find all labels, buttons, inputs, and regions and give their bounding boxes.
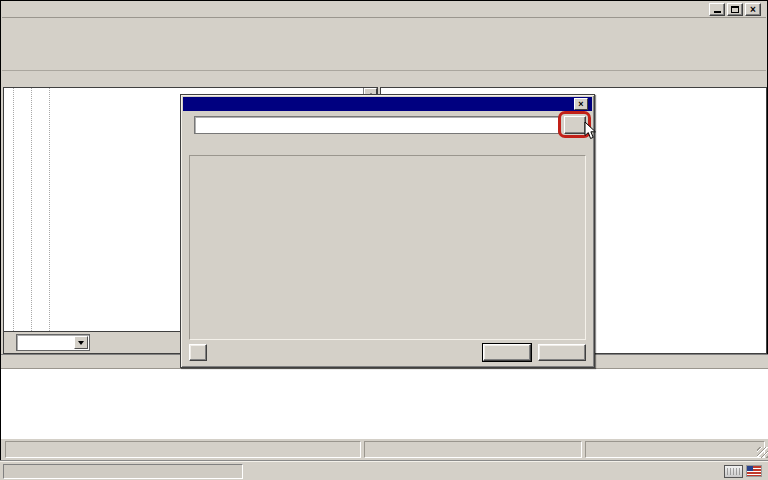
output-folder-row [189,116,586,134]
dialog-options-group [189,155,586,340]
taskbar [0,461,768,480]
status-ready [5,441,361,458]
maximize-button[interactable] [727,3,743,16]
ok-button[interactable] [483,344,531,361]
window-buttons: × [707,3,761,16]
status-marked [364,441,582,458]
us-flag-icon[interactable] [747,466,761,476]
dialog-titlebar[interactable]: × [183,97,592,111]
window-titlebar[interactable]: × [2,1,766,18]
tab-bar [2,71,766,87]
mouse-cursor [584,121,597,140]
status-bar [1,438,768,460]
close-button[interactable]: × [745,3,761,16]
keyboard-icon[interactable] [724,465,743,478]
options-column-right [372,160,581,335]
status-total [585,441,765,458]
close-icon: × [750,5,756,14]
menu-bar [2,18,766,31]
dialog-buttons [189,344,586,361]
resize-grip[interactable] [757,447,768,458]
options-column-left [194,160,372,335]
combo-dropdown-button[interactable] [74,336,88,349]
output-folder-input[interactable] [194,116,559,134]
browse-button[interactable] [564,116,586,134]
taskbar-app-button[interactable] [3,464,243,479]
reset-to-defaults-button[interactable] [189,344,207,361]
sorted-by-select[interactable] [16,334,90,351]
dialog-close-button[interactable]: × [574,98,588,110]
toolbar [2,31,766,71]
chevron-down-icon [78,341,84,348]
minimize-icon [714,11,721,13]
tree-guide-line [31,88,32,331]
system-tray [724,465,765,478]
desktop: × [0,0,768,480]
tree-guide-line [49,88,50,331]
recover-marked-files-dialog: × [180,94,595,368]
tree-guide-line [13,88,14,331]
minimize-button[interactable] [709,3,725,16]
cancel-button[interactable] [538,344,586,361]
maximize-icon [731,6,739,13]
log-column-headers [1,369,768,383]
